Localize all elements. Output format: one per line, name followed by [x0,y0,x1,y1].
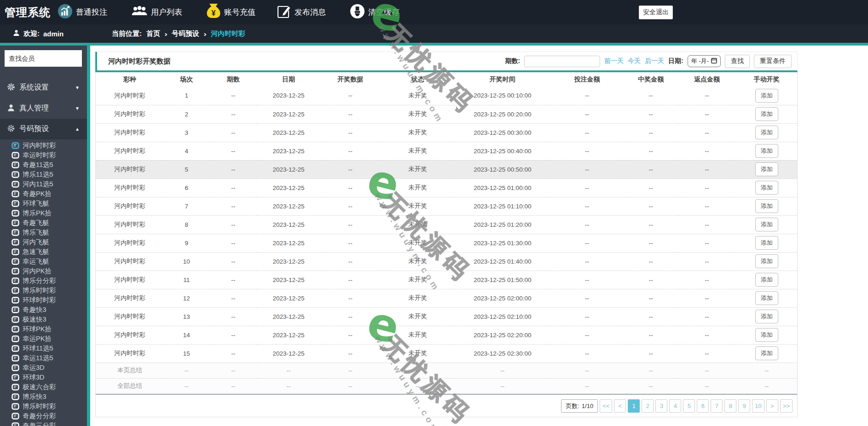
sidebar-game-item[interactable]: 博乐时时彩 [0,286,87,295]
sidebar-game-item[interactable]: 博乐飞艇 [0,228,87,237]
page-button-7[interactable]: 7 [711,399,723,413]
page-button-nextnext[interactable]: >> [780,399,793,413]
game-label: 奇趣快3 [23,305,46,314]
sidebar-game-item[interactable]: 河内飞艇 [0,237,87,247]
add-draw-button[interactable]: 添加 [755,126,778,139]
add-draw-button[interactable]: 添加 [755,291,778,305]
add-draw-button[interactable]: 添加 [755,346,778,360]
nav-item-clear-cache[interactable]: 清空缓存 [350,0,399,24]
nav-item-account-recharge[interactable]: ¥ 账号充值 [206,0,255,24]
sidebar-game-item[interactable]: 环球11选5 [0,344,87,353]
cell-bet_amount: -- [550,215,624,234]
cell-win_amount: -- [624,215,678,234]
breadcrumb-home[interactable]: 首页 [146,29,160,38]
date-input[interactable]: 年 -月- [688,55,721,67]
breadcrumb-section[interactable]: 号码预设 [172,29,199,38]
sidebar-menu-live-management[interactable]: 真人管理 ▼ [0,98,87,119]
cell-date: 2023-12-25 [257,178,320,197]
prev-day-link[interactable]: 前一天 [604,57,624,65]
sidebar-game-item[interactable]: 奇趣三分彩 [0,421,87,426]
sidebar-game-item[interactable]: 博乐快3 [0,392,87,402]
cell-period: -- [209,178,257,197]
page-button-2[interactable]: 2 [642,399,654,413]
game-label: 幸运11选5 [23,354,53,363]
cell-win_amount: -- [624,344,678,363]
sidebar-game-item[interactable]: 环球3D [0,373,87,382]
page-button-9[interactable]: 9 [738,399,750,413]
table-row: 河内时时彩15--2023-12-25--未开奖2023-12-25 02:30… [96,344,797,363]
page-button-1[interactable]: 1 [628,399,640,413]
sidebar-game-item[interactable]: 博乐PK拾 [0,208,87,218]
add-draw-button[interactable]: 添加 [755,218,778,231]
add-draw-button[interactable]: 添加 [755,236,778,250]
search-button[interactable]: 查找 [725,55,750,68]
add-draw-button[interactable]: 添加 [755,181,778,195]
page-button-5[interactable]: 5 [683,399,695,413]
welcome-label: 欢迎: [23,29,40,38]
cell-rebate_amount: -- [678,197,736,215]
sidebar-game-item[interactable]: 急速飞艇 [0,247,87,257]
next-day-link[interactable]: 后一天 [645,57,664,65]
nav-item-user-list[interactable]: 用户列表 [131,0,182,24]
add-draw-button[interactable]: 添加 [755,310,778,323]
page-button-6[interactable]: 6 [697,399,709,413]
sidebar-game-item[interactable]: 环球时时彩 [0,295,87,305]
sidebar-game-item[interactable]: 奇趣PK拾 [0,189,87,199]
sidebar-game-item[interactable]: 博乐时时彩 [0,402,87,411]
add-draw-button[interactable]: 添加 [755,144,778,158]
page-button-prev[interactable]: < [614,399,626,413]
sidebar-game-item[interactable]: 奇趣快3 [0,305,87,315]
cell-lottery: 河内时时彩 [96,271,164,289]
sidebar-game-item[interactable]: 博乐11选5 [0,170,87,179]
sidebar-game-item[interactable]: 奇趣飞艇 [0,218,87,228]
page-button-4[interactable]: 4 [669,399,681,413]
sidebar-game-item[interactable]: 幸运飞艇 [0,257,87,266]
add-draw-button[interactable]: 添加 [755,254,778,268]
table-footer: 页数: 1/10 <<<12345678910>>> [96,394,797,416]
cell-action: 添加 [736,142,797,160]
sidebar-game-item[interactable]: 幸运3D [0,363,87,373]
period-input[interactable] [524,56,600,67]
sidebar-menu-system-settings[interactable]: 系统设置 ▼ [0,77,87,98]
add-draw-button[interactable]: 添加 [755,89,778,103]
nav-item-label: 清空缓存 [368,7,399,17]
page-button-prevprev[interactable]: << [600,399,612,413]
cell-status: 未开奖 [381,178,455,197]
member-search-input[interactable] [5,50,82,67]
game-icon [12,326,19,333]
nav-item-normal-betting[interactable]: 普通投注 [58,0,107,24]
sidebar-game-item[interactable]: 幸运11选5 [0,353,87,363]
nav-item-publish-message[interactable]: 发布消息 [277,0,326,24]
page-button-10[interactable]: 10 [752,399,764,413]
reset-conditions-button[interactable]: 重置条件 [754,55,792,68]
date-label: 日期: [668,57,683,65]
cell-action: 添加 [736,307,797,326]
today-link[interactable]: 今天 [628,57,641,65]
sidebar-game-item[interactable]: 奇趣分分彩 [0,411,87,421]
sidebar-game-item[interactable]: 河内PK拾 [0,266,87,276]
add-draw-button[interactable]: 添加 [755,328,778,342]
sidebar-game-item[interactable]: 幸运PK拾 [0,334,87,344]
summary-cell: -- [550,378,624,394]
cell-date: 2023-12-25 [257,289,320,307]
sidebar-game-item[interactable]: 极速快3 [0,315,87,324]
add-draw-button[interactable]: 添加 [755,107,778,121]
page-button-next[interactable]: > [766,399,778,413]
sidebar-game-item[interactable]: 奇趣11选5 [0,160,87,170]
logout-button[interactable]: 安全退出 [639,6,673,19]
page-button-3[interactable]: 3 [655,399,667,413]
add-draw-button[interactable]: 添加 [755,199,778,213]
sidebar-game-item[interactable]: 河内11选5 [0,179,87,189]
sidebar-game-item[interactable]: 河内时时彩 [0,141,87,150]
cell-draw_time: 2023-12-25 01:30:00 [455,234,550,252]
page-button-8[interactable]: 8 [724,399,736,413]
sidebar-game-item[interactable]: 幸运时时彩 [0,150,87,160]
sidebar-game-item[interactable]: 极速六合彩 [0,382,87,392]
sidebar-game-item[interactable]: 博乐分分彩 [0,276,87,286]
sub-bar: 欢迎: admin 当前位置: 首页 › 号码预设 › 河内时时彩 [0,24,868,43]
sidebar-menu-number-preset[interactable]: 号码预设 ▲ [0,119,87,139]
add-draw-button[interactable]: 添加 [755,273,778,287]
add-draw-button[interactable]: 添加 [755,162,778,176]
sidebar-game-item[interactable]: 环球飞艇 [0,199,87,208]
sidebar-game-item[interactable]: 环球PK拾 [0,324,87,334]
